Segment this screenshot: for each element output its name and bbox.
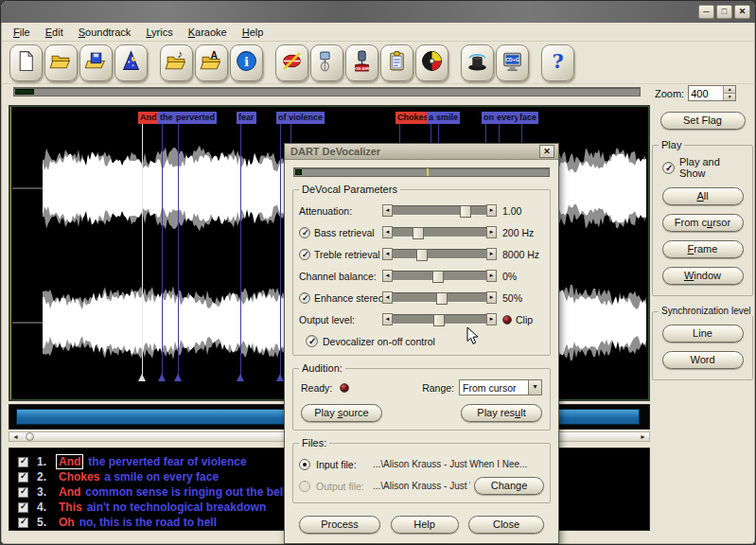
scroll-left-icon[interactable]: ◄ [12, 432, 19, 441]
play-and-show-checkbox[interactable] [662, 162, 675, 174]
line-checkbox[interactable] [18, 518, 28, 528]
range-dropdown[interactable]: From cursor ▼ [459, 379, 542, 396]
scroll-right-icon[interactable]: ► [640, 432, 646, 441]
remove-vocals-button[interactable] [275, 44, 308, 81]
output-file-radio[interactable] [299, 481, 310, 492]
new-document-button[interactable] [9, 44, 43, 81]
scrollbar-thumb[interactable] [26, 432, 34, 441]
menu-lyrics[interactable]: Lyrics [138, 25, 180, 40]
line-checkbox[interactable] [18, 457, 28, 467]
bass-retrieval-slider[interactable]: ◄► [382, 226, 497, 238]
slider-right-icon[interactable]: ► [486, 248, 497, 260]
wave-word-tag[interactable]: smile [434, 112, 460, 124]
wave-word-tag[interactable]: violence [287, 112, 325, 124]
slider-left-icon[interactable]: ◄ [382, 204, 393, 217]
maximize-button[interactable]: □ [716, 5, 732, 19]
treble-retrieval-slider[interactable]: ◄► [382, 248, 497, 260]
help-dialog-button[interactable]: Help [391, 516, 459, 534]
magic-hat-button[interactable] [461, 44, 494, 81]
enhance-stereo-checkbox[interactable] [299, 292, 310, 304]
position-strip[interactable] [13, 87, 641, 97]
help-button[interactable]: ? [541, 44, 574, 81]
zoom-input[interactable] [689, 86, 723, 100]
chevron-down-icon[interactable]: ▼ [528, 380, 541, 395]
zoom-down-icon[interactable]: ▼ [724, 94, 735, 100]
menu-karaoke[interactable]: Karaoke [181, 25, 235, 40]
slider-right-icon[interactable]: ► [486, 226, 497, 238]
slider-right-icon[interactable]: ► [486, 204, 497, 217]
play-from-cursor-button[interactable]: From cursor [662, 214, 744, 232]
menu-soundtrack[interactable]: Soundtrack [71, 25, 139, 40]
word-marker-triangle[interactable] [174, 374, 182, 381]
play-all-button[interactable]: All [662, 187, 744, 205]
files-group: Files: Input file: ...\Alison Krauss - J… [292, 443, 551, 503]
wave-word-tag[interactable]: And [138, 112, 159, 124]
close-dialog-button[interactable]: Close [468, 516, 544, 534]
play-frame-button[interactable]: Frame [662, 240, 744, 258]
enhance-stereo-slider[interactable]: ◄► [382, 291, 497, 304]
change-button[interactable]: Change [474, 477, 544, 495]
slider-left-icon[interactable]: ◄ [382, 291, 393, 304]
word-marker-triangle[interactable] [158, 374, 166, 381]
wave-word-tag[interactable]: face [518, 112, 538, 124]
open-lyrics-button[interactable]: A [195, 44, 228, 81]
play-window-button[interactable]: Window [662, 267, 744, 285]
info-button[interactable]: i [230, 44, 263, 81]
channel-balance-slider[interactable]: ◄► [382, 270, 497, 282]
cdg-disc-button[interactable] [415, 44, 448, 81]
playlist-button[interactable] [380, 44, 413, 81]
line-checkbox[interactable] [18, 502, 28, 513]
slider-right-icon[interactable]: ► [486, 291, 497, 304]
menu-edit[interactable]: Edit [38, 25, 71, 40]
window-titlebar[interactable]: ─ □ ✕ [1, 1, 755, 23]
sync-word-button[interactable]: Word [662, 351, 744, 369]
slider-thumb[interactable] [413, 227, 424, 239]
slider-thumb[interactable] [416, 249, 428, 261]
record-microphone-button[interactable]: ON AIR [345, 44, 378, 81]
slider-right-icon[interactable]: ► [486, 313, 497, 325]
word-marker-triangle[interactable] [138, 374, 146, 381]
wave-word-tag[interactable]: Chokes [396, 112, 431, 124]
zoom-up-icon[interactable]: ▲ [724, 86, 735, 94]
set-flag-button[interactable]: Set Flag [660, 112, 746, 130]
open-soundtrack-button[interactable]: ♪ [160, 44, 193, 81]
slider-left-icon[interactable]: ◄ [382, 270, 393, 282]
treble-retrieval-checkbox[interactable] [299, 249, 310, 260]
save-file-button[interactable] [79, 44, 113, 81]
menu-help[interactable]: Help [235, 25, 272, 40]
slider-left-icon[interactable]: ◄ [382, 226, 393, 238]
slider-right-icon[interactable]: ► [486, 270, 497, 282]
slider-left-icon[interactable]: ◄ [382, 313, 393, 325]
word-marker-triangle[interactable] [276, 374, 284, 381]
open-file-button[interactable] [44, 44, 78, 81]
wave-word-tag[interactable]: the [158, 112, 175, 124]
mix-button[interactable] [310, 44, 343, 81]
slider-thumb[interactable] [432, 271, 444, 283]
wave-word-tag[interactable]: perverted [174, 112, 217, 124]
line-checkbox[interactable] [18, 472, 28, 483]
slider-thumb[interactable] [460, 205, 471, 218]
attenuation-slider[interactable]: ◄► [382, 204, 497, 217]
word-marker-triangle[interactable] [237, 374, 244, 381]
line-checkbox[interactable] [18, 487, 28, 498]
input-file-radio[interactable] [299, 459, 310, 470]
slider-thumb[interactable] [433, 314, 445, 326]
slider-thumb[interactable] [436, 292, 448, 305]
dialog-titlebar[interactable]: DART DeVocalizer ✕ [285, 144, 558, 160]
process-button[interactable]: Process [299, 516, 380, 534]
wave-word-tag[interactable]: fear [237, 112, 256, 124]
wizard-button[interactable] [114, 44, 148, 81]
bass-retrieval-checkbox[interactable] [299, 227, 310, 238]
close-button[interactable]: ✕ [734, 5, 750, 19]
output-level-slider[interactable]: ◄► [382, 313, 497, 325]
slider-left-icon[interactable]: ◄ [382, 248, 393, 260]
sync-line-button[interactable]: Line [662, 325, 744, 343]
play-source-button[interactable]: Play source [301, 404, 382, 422]
dialog-close-button[interactable]: ✕ [539, 145, 554, 158]
play-result-button[interactable]: Play result [461, 404, 542, 422]
devocalizer-onoff-checkbox[interactable] [306, 335, 318, 347]
wave-word-tag[interactable]: on [482, 112, 496, 124]
minimize-button[interactable]: ─ [698, 5, 714, 19]
menu-file[interactable]: File [6, 25, 38, 40]
cdg-player-button[interactable]: CD+G [496, 44, 529, 81]
